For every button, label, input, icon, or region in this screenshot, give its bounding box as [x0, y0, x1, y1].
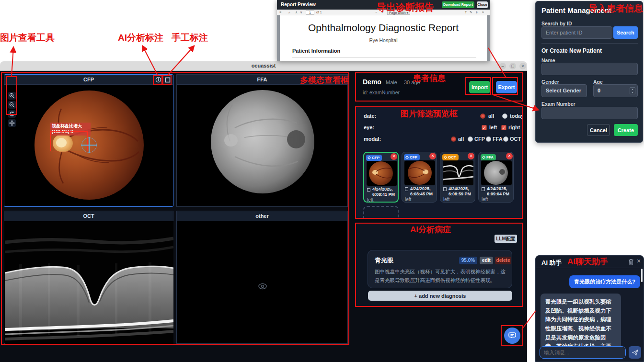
- calendar-icon: [443, 187, 447, 191]
- page-up-icon[interactable]: ∧: [295, 11, 298, 14]
- viewer-panel-other[interactable]: other: [176, 211, 348, 344]
- exam-number-input[interactable]: [541, 107, 638, 119]
- age-input[interactable]: 0 ▴▾: [593, 84, 638, 97]
- eye-left-checkbox[interactable]: ✓: [482, 125, 487, 130]
- ffa-fundus-image[interactable]: [177, 85, 348, 207]
- confidence-badge: 95.0%: [459, 257, 477, 264]
- thumbnail-card-1[interactable]: CFP ✕ 4/24/2025, 6:08:41 PM left: [363, 152, 399, 203]
- date-today-radio[interactable]: [502, 113, 507, 119]
- viewer-panel-oct[interactable]: OCT: [4, 211, 173, 344]
- chat-close-icon[interactable]: ×: [637, 257, 641, 265]
- rotate-tool-icon[interactable]: [8, 110, 16, 118]
- thumbnail-close-icon[interactable]: ✕: [506, 153, 513, 159]
- date-all-option[interactable]: all: [488, 113, 494, 119]
- modal-oct-option[interactable]: OCT: [510, 136, 521, 142]
- screen: ocuassist – □ × CFP: [0, 0, 644, 362]
- add-diagnosis-button[interactable]: + add new diagnosis: [368, 291, 512, 301]
- tag-icon: [444, 156, 447, 159]
- ai-annotation-toggle-icon[interactable]: [155, 76, 162, 83]
- thumbnail-date: 4/24/2025,: [372, 187, 393, 192]
- zoom-in-tool-icon[interactable]: [8, 92, 16, 100]
- search-button[interactable]: Search: [613, 26, 638, 39]
- thumbnail-close-icon[interactable]: ✕: [468, 153, 474, 159]
- viewer-panel-ffa[interactable]: FFA: [176, 74, 348, 207]
- modality-badge: FFA: [481, 154, 496, 160]
- zoom-out-button[interactable]: −: [375, 11, 377, 14]
- download-report-button[interactable]: Download Report: [442, 1, 474, 8]
- send-button[interactable]: [629, 346, 641, 359]
- thumbnail-close-icon[interactable]: ✕: [429, 153, 436, 159]
- date-all-radio[interactable]: [480, 113, 485, 119]
- chat-bubble-icon: [508, 332, 516, 339]
- export-button[interactable]: Export: [496, 81, 517, 93]
- chat-launcher-button[interactable]: [504, 328, 520, 344]
- chat-message-input[interactable]: [540, 346, 626, 359]
- thumbnail-date: 4/24/2025,: [410, 186, 431, 191]
- diagnosis-name: 青光眼: [375, 256, 393, 265]
- empty-thumbnail-slot[interactable]: [363, 206, 399, 219]
- cancel-button[interactable]: Cancel: [587, 124, 610, 136]
- thumbnail-card-3[interactable]: OCT ✕ 4/24/2025, 6:08:59 PM left: [440, 152, 475, 203]
- exam-number-label: Exam Number: [541, 101, 575, 107]
- delete-button[interactable]: delete: [495, 257, 511, 264]
- age-spinner[interactable]: ▴▾: [630, 87, 635, 94]
- calendar-icon: [367, 188, 370, 192]
- find-icon[interactable]: ⌕: [288, 11, 290, 14]
- date-today-option[interactable]: today: [510, 113, 523, 119]
- modal-ffa-option[interactable]: FFA: [493, 136, 503, 142]
- thumbnail-card-2[interactable]: CFP ✕ 4/24/2025, 6:08:45 PM left: [402, 152, 437, 203]
- close-button[interactable]: ×: [519, 63, 526, 69]
- zoom-in-button[interactable]: +: [381, 11, 383, 14]
- window-titlebar[interactable]: ocuassist – □ ×: [0, 61, 527, 71]
- patient-id-input[interactable]: [541, 26, 612, 39]
- edit-button[interactable]: edit: [480, 257, 493, 264]
- panel-title-cfp: CFP: [83, 77, 94, 82]
- report-doc-title: Ophthalmology Diagnostic Report: [280, 22, 487, 34]
- oct-bscan-image[interactable]: [5, 221, 173, 344]
- modal-all-option[interactable]: all: [458, 136, 464, 142]
- import-button[interactable]: Import: [469, 81, 490, 93]
- modal-ffa-radio[interactable]: [486, 136, 491, 142]
- thumbnail-close-icon[interactable]: ✕: [391, 153, 397, 160]
- pan-tool-icon[interactable]: [8, 119, 16, 127]
- chat-scrollbar[interactable]: [641, 269, 643, 282]
- pdf-page-area: Ophthalmology Diagnostic Report Eye Hosp…: [277, 15, 490, 61]
- modal-cfp-radio[interactable]: [468, 136, 473, 142]
- maximize-button[interactable]: □: [509, 63, 516, 69]
- report-title: Report Preview: [281, 2, 316, 7]
- crosshair-v: [89, 137, 90, 153]
- modality-badge: CFP: [366, 155, 382, 161]
- zoom-out-tool-icon[interactable]: [8, 101, 16, 109]
- thumbnail-eye: left: [482, 197, 488, 202]
- thumbnail-date: 4/24/2025,: [487, 186, 507, 191]
- viewer-panel-cfp[interactable]: CFP: [4, 74, 173, 207]
- trash-icon[interactable]: [628, 259, 634, 267]
- more-tools-icon[interactable]: »: [482, 11, 484, 14]
- page-down-icon[interactable]: ∨: [300, 11, 302, 14]
- chat-header: AI 助手 ×: [536, 256, 644, 268]
- modal-all-radio[interactable]: [451, 136, 456, 142]
- modal-cfp-option[interactable]: CFP: [474, 136, 485, 142]
- text-tool-icon[interactable]: T: [465, 11, 467, 14]
- thumbnail-card-4[interactable]: FFA ✕ 4/24/2025, 6:09:04 PM left: [478, 152, 514, 203]
- minimize-button[interactable]: –: [499, 63, 506, 69]
- llm-config-button[interactable]: LLM配置: [494, 235, 517, 243]
- modal-oct-radio[interactable]: [503, 136, 508, 142]
- manual-annotation-rect-icon[interactable]: [164, 76, 171, 83]
- page-number-input[interactable]: 1: [306, 11, 314, 15]
- create-button[interactable]: Create: [614, 124, 638, 136]
- user-message-bubble: 青光眼的治疗方法是什么?: [569, 275, 640, 288]
- name-input[interactable]: [541, 63, 638, 75]
- sidebar-toggle-icon[interactable]: ≡: [279, 11, 281, 14]
- report-close-button[interactable]: Close: [477, 1, 488, 8]
- eye-right-checkbox[interactable]: ✓: [501, 125, 506, 130]
- thumbnail-eye: left: [367, 197, 373, 203]
- eye-left-option[interactable]: left: [489, 124, 497, 130]
- save-tool-icon[interactable]: ⇓: [475, 11, 478, 14]
- zoom-select[interactable]: Page width ▾: [387, 11, 410, 15]
- diagnosis-description: 图中视盘中央亮区（视杯）可见扩大，表明视神经损害，这是青光眼导致眼压升高进而损伤…: [375, 268, 507, 285]
- patient-management-title: Patient Management: [541, 6, 611, 14]
- draw-tool-icon[interactable]: ✎: [470, 11, 472, 14]
- eye-right-option[interactable]: right: [508, 124, 520, 130]
- gender-select[interactable]: Select Gender: [541, 84, 587, 97]
